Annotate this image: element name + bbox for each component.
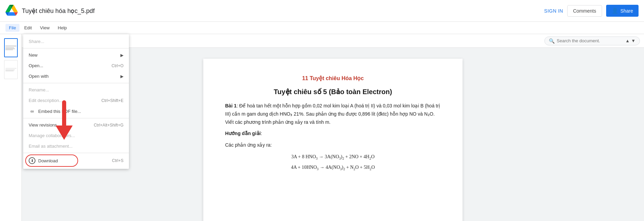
search-icon: 🔍 (549, 38, 555, 44)
doc-red-title: 11 Tuyệt chiêu Hóa Học (225, 75, 441, 82)
dd-embed[interactable]: ∞ Embed this PDF file... (23, 106, 129, 117)
file-dropdown: Share... New ▶ Open... Ctrl+O Open with … (23, 34, 129, 169)
search-input[interactable] (557, 38, 620, 43)
bai1-paragraph: Bài 1: Để hoà tan hết một hỗn hợp gồm 0,… (225, 102, 441, 126)
menu-file[interactable]: File (5, 24, 19, 32)
dd-rename-label: Rename... (29, 87, 123, 92)
dd-edit-desc[interactable]: Edit description... Ctrl+Shift+E (23, 95, 129, 106)
dd-open-shortcut: Ctrl+O (112, 63, 123, 68)
person-icon: 👤 (612, 8, 618, 14)
dd-separator-3 (23, 118, 129, 118)
bai1-text: : Để hoà tan hết một hỗn hợp gồm 0,02 mo… (225, 103, 440, 125)
nav-arrows: ▲ ▼ (625, 38, 635, 43)
dd-edit-shortcut: Ctrl+Shift+E (101, 98, 123, 103)
dd-separator-4 (23, 153, 129, 153)
dd-open-with[interactable]: Open with ▶ (23, 71, 129, 82)
dd-download-shortcut: Ctrl+S (112, 158, 123, 163)
thumbnail-page-1[interactable] (4, 38, 18, 57)
menu-help[interactable]: Help (54, 24, 70, 32)
dd-collaborators-label: Manage collaborators... (29, 133, 123, 138)
menu-edit[interactable]: Edit (21, 24, 35, 32)
dd-download[interactable]: ⬇ Download Ctrl+S (23, 154, 129, 167)
left-sidebar (0, 34, 22, 221)
dd-revisions[interactable]: View revisions... Ctrl+Alt+Shift+G (23, 120, 129, 130)
dd-open[interactable]: Open... Ctrl+O (23, 60, 129, 71)
dd-new[interactable]: New ▶ (23, 50, 129, 60)
dd-open-label: Open... (29, 63, 112, 68)
share-button[interactable]: 👤 Share (606, 5, 639, 17)
dd-rename[interactable]: Rename... (23, 85, 129, 95)
doc-body: Bài 1: Để hoà tan hết một hỗn hợp gồm 0,… (225, 102, 441, 172)
dd-revisions-shortcut: Ctrl+Alt+Shift+G (94, 123, 123, 128)
file-title: Tuyệt chiêu hóa học_5.pdf (22, 7, 544, 15)
dd-email-attach[interactable]: Email as attachment... (23, 141, 129, 151)
cac-phan-ung: Các phản ứng xảy ra: (225, 141, 441, 149)
red-arrow (54, 99, 74, 144)
dd-separator-1 (23, 48, 129, 48)
thumbnail-page-2[interactable] (4, 60, 18, 79)
dd-embed-label: Embed this PDF file... (38, 109, 123, 114)
menubar: File Edit View Help (0, 22, 644, 34)
reaction-2: 4A + 10HNO3 → 4A(NO3)2 + N2O + 5H2O (225, 163, 441, 172)
dd-new-arrow: ▶ (120, 53, 123, 58)
sign-in-button[interactable]: SIGN IN (544, 8, 563, 14)
svg-marker-1 (56, 126, 73, 140)
dd-download-label: Download (38, 158, 112, 163)
download-circle-icon: ⬇ (29, 157, 35, 164)
huong-dan: Hướng dẫn giải: (225, 130, 441, 138)
dd-separator-2 (23, 83, 129, 83)
dd-share-label: Share... (29, 39, 123, 44)
next-result-arrow[interactable]: ▼ (631, 38, 635, 43)
bai1-label: Bài 1 (225, 103, 236, 108)
doc-page: 11 Tuyệt chiêu Hóa Học Tuyệt chiêu số 5 … (203, 59, 463, 221)
topbar: Tuyệt chiêu hóa học_5.pdf SIGN IN Commen… (0, 0, 644, 22)
search-bar: 🔍 ▲ ▼ (544, 36, 640, 45)
reaction-1: 3A + 8 HNO3 → 3A(NO3)2 + 2NO + 4H2O (225, 153, 441, 161)
dd-email-attach-label: Email as attachment... (29, 144, 123, 149)
dd-new-label: New (29, 53, 120, 58)
topbar-right: SIGN IN Comments 👤 Share (544, 5, 639, 17)
dd-collaborators[interactable]: Manage collaborators... (23, 130, 129, 141)
comments-button[interactable]: Comments (567, 5, 602, 17)
drive-logo (5, 5, 18, 17)
doc-main-title: Tuyệt chiêu số 5 (Bảo toàn Electron) (225, 88, 441, 96)
prev-result-arrow[interactable]: ▲ (625, 38, 630, 43)
dd-open-with-arrow: ▶ (120, 74, 123, 79)
dd-share[interactable]: Share... (23, 36, 129, 47)
embed-icon: ∞ (29, 108, 35, 114)
menu-view[interactable]: View (36, 24, 53, 32)
dd-open-with-label: Open with (29, 74, 120, 79)
